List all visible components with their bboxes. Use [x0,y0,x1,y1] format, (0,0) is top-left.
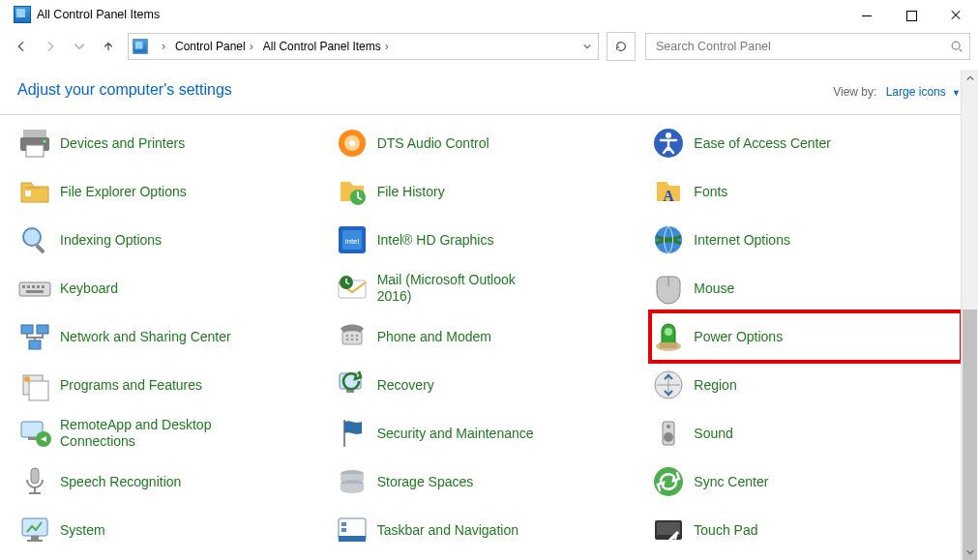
scrollbar[interactable] [961,70,978,560]
content-area: Adjust your computer's settings View by:… [0,70,978,560]
cp-item-label: Mail (Microsoft Outlook 2016) [377,272,551,305]
sync-icon [651,464,686,499]
cp-item-system[interactable]: System [17,506,327,554]
mail-icon [335,271,370,306]
divider [0,114,978,115]
cp-item-label: Keyboard [60,280,118,297]
address-bar[interactable]: › Control Panel › All Control Panel Item… [128,33,599,60]
search-input[interactable] [654,39,950,54]
cp-item-taskbar-and-navigation[interactable]: Taskbar and Navigation [335,506,644,554]
flag-icon [335,416,370,451]
cp-item-remoteapp-and-desktop-connections[interactable]: RemoteApp and Desktop Connections [17,409,327,457]
cp-item-keyboard[interactable]: Keyboard [17,264,327,312]
intel-icon [335,222,370,257]
remoteapp-icon [17,416,52,451]
breadcrumb-label: All Control Panel Items [263,40,381,53]
cp-item-label: Power Options [694,329,783,345]
cp-item-label: Touch Pad [694,522,757,539]
indexing-icon [17,222,52,257]
cp-item-file-explorer-options[interactable]: File Explorer Options [17,167,327,216]
cp-item-label: Speech Recognition [60,474,181,490]
cp-item-power-options[interactable]: Power Options [651,312,961,361]
cp-item-speech-recognition[interactable]: Speech Recognition [17,457,327,506]
cp-item-region[interactable]: Region [651,361,961,409]
keyboard-icon [17,271,52,306]
storage-icon [335,464,370,499]
cp-item-programs-and-features[interactable]: Programs and Features [17,361,327,409]
cp-item-label: Ease of Access Center [694,135,831,152]
titlebar: All Control Panel Items [0,0,978,29]
cp-item-file-history[interactable]: File History [335,167,644,216]
cp-item-dts-audio-control[interactable]: DTS Audio Control [335,119,644,167]
view-by-selector[interactable]: View by: Large icons ▼ [833,85,961,99]
cp-item-label: File History [377,184,445,200]
disc-icon [335,126,370,161]
address-icon [129,34,152,59]
mic-icon [17,464,52,499]
chevron-down-icon: ▼ [952,88,961,98]
breadcrumb-segment[interactable]: Control Panel › [169,34,257,59]
scroll-up-button[interactable] [962,70,978,86]
cp-item-internet-options[interactable]: Internet Options [651,216,961,264]
cp-item-fonts[interactable]: Fonts [651,167,961,216]
system-icon [17,513,52,547]
address-history-dropdown[interactable] [577,34,598,59]
back-button[interactable] [8,33,35,60]
view-by-value: Large icons [886,85,946,99]
cp-item-label: Recovery [377,377,434,394]
cp-item-storage-spaces[interactable]: Storage Spaces [335,457,644,506]
scroll-thumb[interactable] [963,309,977,560]
power-icon [651,319,686,354]
navbar: › Control Panel › All Control Panel Item… [0,29,978,70]
close-button[interactable] [934,0,978,29]
cp-item-label: Programs and Features [60,377,202,394]
recent-locations-button[interactable] [66,33,93,60]
fonts-icon [651,174,686,209]
file-history-icon [335,174,370,209]
cp-item-label: Sync Center [694,474,768,490]
network-icon [17,319,52,354]
refresh-button[interactable] [607,32,636,61]
breadcrumb-segment[interactable]: › [152,34,169,59]
globe-icon [651,222,686,257]
cp-item-label: Region [694,377,736,394]
cp-item-label: Network and Sharing Center [60,329,231,345]
cp-item-label: Sound [694,426,732,442]
cp-item-label: RemoteApp and Desktop Connections [60,417,234,450]
access-icon [651,126,686,161]
up-button[interactable] [95,33,122,60]
cp-item-intel-hd-graphics[interactable]: Intel® HD Graphics [335,216,644,264]
scroll-down-button[interactable] [962,544,978,560]
cp-item-label: System [60,522,105,539]
cp-item-network-and-sharing-center[interactable]: Network and Sharing Center [17,312,327,361]
app-icon [14,6,31,23]
touchpad-icon [651,513,686,547]
breadcrumb-label: Control Panel [175,40,246,53]
maximize-button[interactable] [889,0,934,29]
breadcrumb-segment[interactable]: All Control Panel Items › [257,34,393,59]
cp-item-indexing-options[interactable]: Indexing Options [17,216,327,264]
recovery-icon [335,368,370,402]
cp-item-sound[interactable]: Sound [651,409,961,457]
cp-item-devices-and-printers[interactable]: Devices and Printers [17,119,327,167]
cp-item-recovery[interactable]: Recovery [335,361,644,409]
window-title: All Control Panel Items [37,8,160,21]
search-icon [950,40,963,53]
cp-item-label: Storage Spaces [377,474,474,490]
cp-item-label: Fonts [694,184,727,200]
minimize-button[interactable] [845,0,889,29]
folder-options-icon [17,174,52,209]
region-icon [651,368,686,402]
cp-item-phone-and-modem[interactable]: Phone and Modem [335,312,644,361]
cp-item-security-and-maintenance[interactable]: Security and Maintenance [335,409,644,457]
search-box[interactable] [645,33,970,60]
chevron-right-icon: › [250,40,253,53]
cp-item-label: Internet Options [694,232,790,249]
cp-item-sync-center[interactable]: Sync Center [651,457,961,506]
forward-button[interactable] [37,33,64,60]
cp-item-touch-pad[interactable]: Touch Pad [651,506,961,554]
cp-item-label: Security and Maintenance [377,426,534,442]
cp-item-ease-of-access-center[interactable]: Ease of Access Center [651,119,961,167]
cp-item-mouse[interactable]: Mouse [651,264,961,312]
cp-item-mail-microsoft-outlook-2016[interactable]: Mail (Microsoft Outlook 2016) [335,264,644,312]
